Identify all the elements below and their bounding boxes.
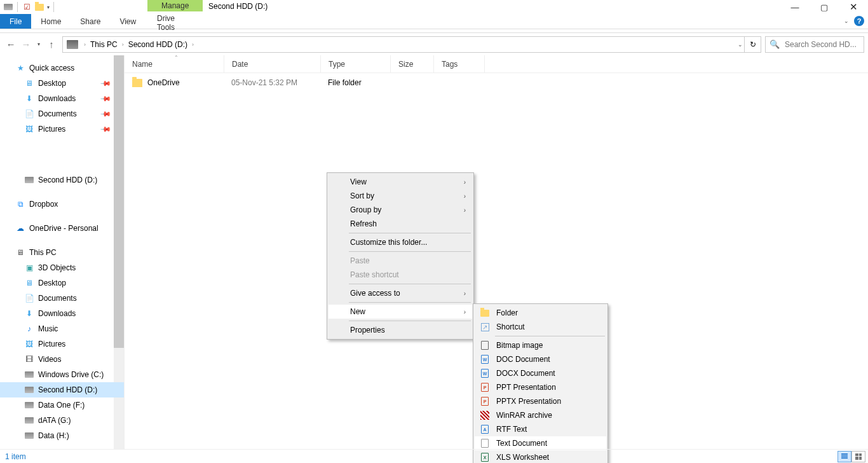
forward-button[interactable]: → bbox=[19, 36, 33, 53]
sidebar-quick-access[interactable]: ★Quick access bbox=[0, 60, 124, 76]
submenu-rtf[interactable]: ARTF Text bbox=[475, 422, 606, 436]
sidebar-data-g[interactable]: dATA (G:) bbox=[0, 413, 124, 428]
sidebar-3d-objects[interactable]: ▣3D Objects bbox=[0, 260, 124, 275]
sidebar-data-one[interactable]: Data One (F:) bbox=[0, 397, 124, 413]
submenu-ppt[interactable]: PPPT Presentation bbox=[475, 380, 606, 394]
sidebar-downloads[interactable]: ⬇Downloads📌 bbox=[0, 91, 124, 106]
menu-label: Properties bbox=[350, 326, 385, 335]
column-date[interactable]: Date bbox=[224, 55, 321, 73]
documents-icon: 📄 bbox=[24, 293, 34, 303]
menu-refresh[interactable]: Refresh bbox=[329, 217, 472, 231]
search-placeholder: Search Second HD... bbox=[785, 40, 857, 49]
menu-label: Bitmap image bbox=[496, 341, 543, 350]
properties-qat-icon[interactable]: ☑ bbox=[22, 2, 32, 13]
menu-separator bbox=[349, 321, 471, 321]
menu-properties[interactable]: Properties bbox=[329, 323, 472, 337]
chevron-right-icon[interactable]: › bbox=[119, 41, 127, 48]
music-icon: ♪ bbox=[24, 324, 34, 334]
chevron-right-icon[interactable]: › bbox=[189, 41, 197, 48]
search-input[interactable]: 🔍 Search Second HD... bbox=[765, 36, 864, 53]
sidebar-downloads-2[interactable]: ⬇Downloads bbox=[0, 306, 124, 321]
ribbon-expand-icon[interactable]: ⌄ bbox=[844, 18, 849, 24]
sidebar-documents[interactable]: 📄Documents📌 bbox=[0, 106, 124, 121]
close-button[interactable]: ✕ bbox=[839, 0, 868, 14]
sidebar-onedrive[interactable]: ☁OneDrive - Personal bbox=[0, 221, 124, 236]
menu-view[interactable]: View› bbox=[329, 175, 472, 189]
submenu-txt[interactable]: Text Document bbox=[475, 436, 606, 450]
pictures-icon: 🖼 bbox=[24, 339, 34, 349]
submenu-doc[interactable]: WDOC Document bbox=[475, 352, 606, 366]
sidebar-documents-2[interactable]: 📄Documents bbox=[0, 291, 124, 306]
sidebar-windows-drive[interactable]: Windows Drive (C:) bbox=[0, 367, 124, 382]
new-folder-qat-icon[interactable] bbox=[34, 2, 44, 13]
sidebar-videos[interactable]: 🎞Videos bbox=[0, 352, 124, 367]
sidebar-music[interactable]: ♪Music bbox=[0, 321, 124, 336]
sidebar-this-pc[interactable]: 🖥This PC bbox=[0, 245, 124, 260]
menu-separator bbox=[349, 302, 471, 303]
address-dropdown-icon[interactable]: ⌄ bbox=[738, 41, 743, 48]
sidebar-label: 3D Objects bbox=[38, 263, 76, 272]
desktop-icon: 🖥 bbox=[24, 78, 34, 88]
quick-access-toolbar: ☑ ▾ bbox=[0, 2, 57, 13]
view-details-button[interactable] bbox=[837, 451, 851, 462]
sidebar-data-h[interactable]: Data (H:) bbox=[0, 428, 124, 443]
title-bar: ☑ ▾ Manage Second HDD (D:) — ▢ ✕ bbox=[0, 0, 868, 14]
pin-icon: 📌 bbox=[99, 77, 111, 89]
minimize-button[interactable]: — bbox=[780, 0, 810, 14]
up-button[interactable]: ↑ bbox=[44, 36, 58, 53]
breadcrumb-drive[interactable]: Second HDD (D:) bbox=[127, 40, 189, 49]
column-type[interactable]: Type bbox=[321, 55, 391, 73]
sidebar-label: Second HDD (D:) bbox=[38, 385, 97, 394]
breadcrumb-this-pc[interactable]: This PC bbox=[89, 40, 119, 49]
sidebar-second-hdd-2[interactable]: Second HDD (D:) bbox=[0, 382, 124, 397]
address-bar[interactable]: › This PC › Second HDD (D:) › ⌄ ↻ bbox=[62, 36, 761, 53]
help-icon[interactable]: ? bbox=[854, 16, 864, 26]
chevron-right-icon[interactable]: › bbox=[81, 41, 89, 48]
window-title: Second HDD (D:) bbox=[208, 2, 268, 11]
sidebar-pictures-2[interactable]: 🖼Pictures bbox=[0, 336, 124, 352]
menu-group-by[interactable]: Group by› bbox=[329, 203, 472, 217]
back-button[interactable]: ← bbox=[4, 36, 18, 53]
refresh-button[interactable]: ↻ bbox=[744, 37, 761, 52]
submenu-rar[interactable]: WinRAR archive bbox=[475, 408, 606, 422]
tab-home[interactable]: Home bbox=[31, 14, 71, 29]
pin-icon: 📌 bbox=[99, 123, 111, 135]
menu-sort-by[interactable]: Sort by› bbox=[329, 189, 472, 203]
column-tags[interactable]: Tags bbox=[434, 55, 485, 73]
file-row-onedrive[interactable]: OneDrive 05-Nov-21 5:32 PM File folder bbox=[125, 76, 868, 90]
menu-customize[interactable]: Customize this folder... bbox=[329, 235, 472, 249]
menu-label: PPTX Presentation bbox=[496, 397, 561, 406]
menu-new[interactable]: New› bbox=[329, 305, 472, 319]
menu-give-access[interactable]: Give access to› bbox=[329, 286, 472, 300]
sidebar-desktop[interactable]: 🖥Desktop📌 bbox=[0, 76, 124, 91]
submenu-pptx[interactable]: PPPTX Presentation bbox=[475, 394, 606, 408]
file-list[interactable]: ⌃ Name Date Type Size Tags OneDrive 05-N… bbox=[125, 55, 868, 450]
sidebar-label: Documents bbox=[38, 109, 77, 118]
submenu-folder[interactable]: Folder bbox=[475, 306, 606, 320]
dropbox-icon: ⧉ bbox=[15, 199, 25, 209]
column-size[interactable]: Size bbox=[391, 55, 434, 73]
sidebar-desktop-2[interactable]: 🖥Desktop bbox=[0, 275, 124, 291]
submenu-docx[interactable]: WDOCX Document bbox=[475, 366, 606, 380]
tab-file[interactable]: File bbox=[0, 14, 31, 29]
tab-view[interactable]: View bbox=[110, 14, 146, 29]
view-large-icons-button[interactable] bbox=[851, 451, 865, 462]
rtf-icon: A bbox=[480, 424, 490, 434]
sidebar-dropbox[interactable]: ⧉Dropbox bbox=[0, 197, 124, 212]
navigation-pane: ★Quick access 🖥Desktop📌 ⬇Downloads📌 📄Doc… bbox=[0, 55, 125, 450]
sidebar-label: Second HDD (D:) bbox=[38, 176, 97, 184]
drive-icon bbox=[24, 431, 34, 441]
contextual-tab-manage[interactable]: Manage bbox=[147, 0, 203, 11]
qat-dropdown-icon[interactable]: ▾ bbox=[47, 4, 50, 10]
folder-icon bbox=[480, 308, 490, 318]
submenu-shortcut[interactable]: ↗Shortcut bbox=[475, 320, 606, 334]
tab-drive-tools[interactable]: Drive Tools bbox=[147, 14, 197, 32]
history-dropdown-icon[interactable]: ▾ bbox=[34, 36, 43, 53]
tab-share[interactable]: Share bbox=[71, 14, 110, 29]
sidebar-second-hdd[interactable]: Second HDD (D:) bbox=[0, 172, 124, 188]
chevron-right-icon: › bbox=[464, 290, 466, 297]
sidebar-label: Dropbox bbox=[29, 200, 58, 209]
sidebar-pictures[interactable]: 🖼Pictures📌 bbox=[0, 121, 124, 137]
maximize-button[interactable]: ▢ bbox=[810, 0, 839, 14]
submenu-bitmap[interactable]: Bitmap image bbox=[475, 338, 606, 352]
